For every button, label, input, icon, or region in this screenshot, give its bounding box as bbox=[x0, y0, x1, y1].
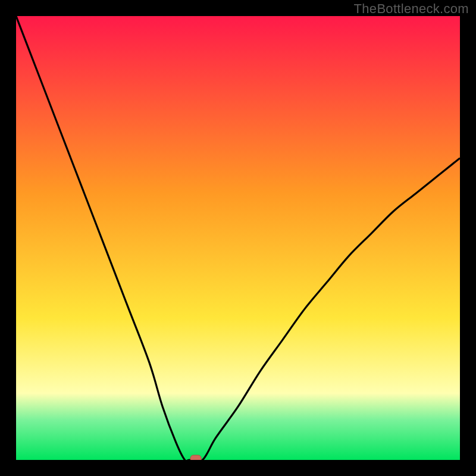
watermark-text: TheBottleneck.com bbox=[354, 1, 469, 17]
chart-frame: TheBottleneck.com bbox=[0, 0, 476, 476]
bottleneck-chart bbox=[16, 16, 460, 460]
gradient-background bbox=[16, 16, 460, 460]
optimum-marker bbox=[190, 455, 201, 460]
